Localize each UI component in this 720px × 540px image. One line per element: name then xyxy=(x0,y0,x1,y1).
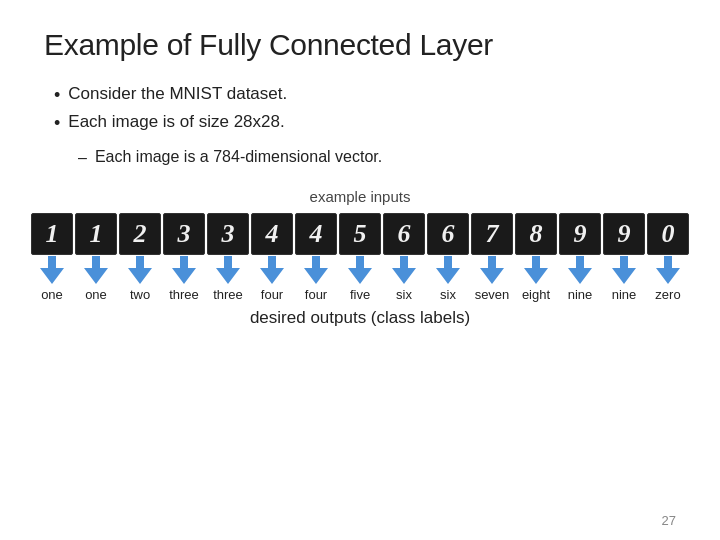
digit-cell-5: 4 xyxy=(251,213,293,255)
label-cell-11: eight xyxy=(515,287,557,302)
label-cell-7: five xyxy=(339,287,381,302)
digit-cell-9: 6 xyxy=(427,213,469,255)
page-number: 27 xyxy=(662,513,676,528)
label-cell-5: four xyxy=(251,287,293,302)
label-cell-14: zero xyxy=(647,287,689,302)
label-cell-12: nine xyxy=(559,287,601,302)
arrow-cell-4 xyxy=(207,255,249,285)
arrow-cell-6 xyxy=(295,255,337,285)
arrow-cell-7 xyxy=(339,255,381,285)
digit-cell-14: 0 xyxy=(647,213,689,255)
arrows-row xyxy=(31,255,689,285)
digit-cell-1: 1 xyxy=(75,213,117,255)
arrow-cell-0 xyxy=(31,255,73,285)
slide: Example of Fully Connected Layer Conside… xyxy=(0,0,720,540)
arrow-cell-10 xyxy=(471,255,513,285)
arrow-cell-13 xyxy=(603,255,645,285)
label-cell-2: two xyxy=(119,287,161,302)
outputs-label: desired outputs (class labels) xyxy=(250,308,470,328)
inputs-label: example inputs xyxy=(310,188,411,205)
arrow-cell-8 xyxy=(383,255,425,285)
arrow-cell-12 xyxy=(559,255,601,285)
arrow-cell-11 xyxy=(515,255,557,285)
arrow-cell-5 xyxy=(251,255,293,285)
bullet-2: Each image is of size 28x28. xyxy=(54,112,676,134)
labels-row: oneonetwothreethreefourfourfivesixsixsev… xyxy=(31,287,689,302)
arrow-cell-9 xyxy=(427,255,469,285)
digit-cell-0: 1 xyxy=(31,213,73,255)
diagram-area: example inputs 112334456678990 oneonetwo… xyxy=(44,188,676,520)
label-cell-8: six xyxy=(383,287,425,302)
arrow-cell-2 xyxy=(119,255,161,285)
digit-cell-6: 4 xyxy=(295,213,337,255)
label-cell-4: three xyxy=(207,287,249,302)
sub-bullet-1: Each image is a 784-dimensional vector. xyxy=(78,148,676,167)
label-cell-1: one xyxy=(75,287,117,302)
label-cell-0: one xyxy=(31,287,73,302)
digit-cell-2: 2 xyxy=(119,213,161,255)
digit-cell-12: 9 xyxy=(559,213,601,255)
bullet-1: Consider the MNIST dataset. xyxy=(54,84,676,106)
sub-bullet-list: Each image is a 784-dimensional vector. xyxy=(44,148,676,170)
label-cell-13: nine xyxy=(603,287,645,302)
digit-cell-3: 3 xyxy=(163,213,205,255)
label-cell-3: three xyxy=(163,287,205,302)
digit-cell-7: 5 xyxy=(339,213,381,255)
digit-cell-4: 3 xyxy=(207,213,249,255)
arrow-cell-14 xyxy=(647,255,689,285)
label-cell-9: six xyxy=(427,287,469,302)
digit-cell-10: 7 xyxy=(471,213,513,255)
arrow-cell-3 xyxy=(163,255,205,285)
arrow-cell-1 xyxy=(75,255,117,285)
digit-cell-11: 8 xyxy=(515,213,557,255)
digit-cell-8: 6 xyxy=(383,213,425,255)
digit-cell-13: 9 xyxy=(603,213,645,255)
slide-title: Example of Fully Connected Layer xyxy=(44,28,676,62)
digits-row: 112334456678990 xyxy=(31,213,689,255)
label-cell-10: seven xyxy=(471,287,513,302)
label-cell-6: four xyxy=(295,287,337,302)
bullet-list: Consider the MNIST dataset. Each image i… xyxy=(44,84,676,140)
